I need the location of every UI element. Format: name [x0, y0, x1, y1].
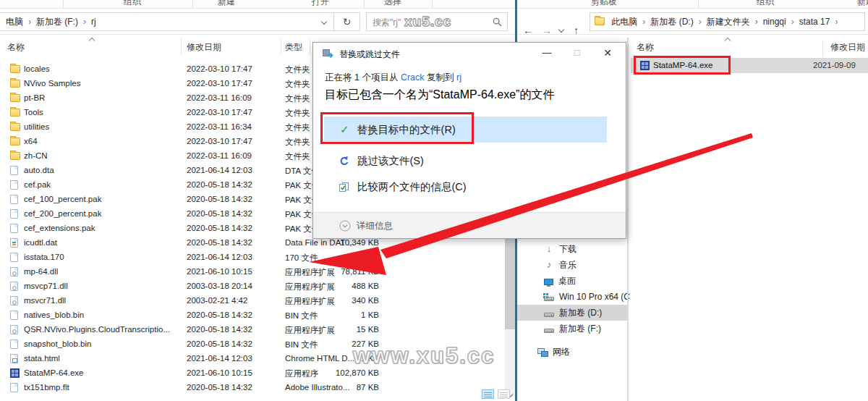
- folder-icon: [10, 152, 20, 160]
- sidebar-item[interactable]: 新加卷 (F:): [517, 321, 627, 337]
- view-toggle-large-icons[interactable]: [498, 389, 510, 399]
- file-date-modified: 2022-03-10 17:47: [187, 137, 252, 145]
- file-row[interactable]: QSR.NVivo.Plugins.CloudTranscriptio...20…: [0, 323, 515, 337]
- breadcrumb-item[interactable]: stata 17: [798, 17, 832, 27]
- annotation-rect-replace-option: [320, 112, 474, 144]
- source-folder-link[interactable]: Crack: [401, 72, 425, 83]
- drive-icon: [544, 329, 554, 333]
- breadcrumb: 此电脑›新加卷 (D:)›新建文件夹›ningqi›stata 17›: [610, 17, 841, 27]
- file-icon: [10, 209, 18, 219]
- column-header-type[interactable]: 类型: [285, 41, 302, 54]
- file-date-modified: 2021-06-14 12:03: [187, 253, 252, 261]
- address-row-right: ← → ↑ 此电脑›新加卷 (D:)›新建文件夹›ningqi›stata 17…: [517, 9, 868, 35]
- column-separator[interactable]: [181, 38, 182, 54]
- sort-ascending-icon: [89, 38, 95, 43]
- file-size: 1 KB: [311, 253, 379, 261]
- ribbon-group-separator: [857, 0, 858, 9]
- minimize-button[interactable]: —: [532, 43, 562, 64]
- windows-drive-icon: [544, 297, 554, 301]
- file-date-modified: 2022-03-10 17:47: [187, 108, 252, 117]
- folder-icon: [10, 138, 20, 145]
- option-label: 比较两个文件的信息(C): [357, 180, 467, 194]
- html-file-icon: [10, 354, 18, 363]
- destination-folder-link[interactable]: rj: [456, 72, 461, 83]
- file-name: utilities: [24, 122, 49, 131]
- file-row[interactable]: msvcr71.dll2003-02-21 4:42应用程序扩展340 KB: [0, 294, 515, 308]
- file-row[interactable]: natives_blob.bin2020-05-18 14:32BIN 文件1 …: [0, 308, 515, 323]
- file-row[interactable]: mp-64.dll2021-06-10 10:15应用程序扩展78,811 KB: [0, 265, 515, 279]
- file-date-modified: 2021-06-10 10:15: [187, 368, 252, 377]
- column-separator[interactable]: [281, 38, 281, 54]
- breadcrumb-item[interactable]: 电脑: [4, 17, 25, 27]
- file-name: Tools: [24, 108, 43, 117]
- option-label: 跳过该文件(S): [357, 154, 424, 168]
- address-dropdown-chevron-icon[interactable]: [321, 19, 327, 25]
- breadcrumb-item[interactable]: 新建文件夹: [705, 17, 752, 27]
- column-separator[interactable]: [822, 41, 823, 56]
- breadcrumb-item[interactable]: 新加卷 (D:): [649, 17, 694, 27]
- breadcrumb-separator-icon: ›: [831, 17, 841, 27]
- sidebar-item[interactable]: Win 10 Pro x64 (C: [517, 289, 627, 305]
- address-bar-right[interactable]: 此电脑›新加卷 (D:)›新建文件夹›ningqi›stata 17›: [590, 12, 865, 31]
- pane-divider[interactable]: [627, 38, 629, 401]
- close-button[interactable]: ✕: [592, 43, 623, 64]
- file-row[interactable]: stata.html2021-06-14 12:03Chrome HTML D.…: [0, 352, 515, 366]
- breadcrumb-item[interactable]: 此电脑: [610, 17, 639, 27]
- details-toggle[interactable]: 详细信息: [357, 220, 393, 232]
- file-size: 488 KB: [311, 282, 379, 290]
- ribbon-group-separator: [432, 0, 433, 9]
- column-header-name[interactable]: 名称: [637, 41, 654, 54]
- breadcrumb-item[interactable]: rj: [90, 17, 98, 27]
- file-date-modified: 2021-06-10 10:15: [187, 267, 252, 276]
- file-row[interactable]: StataMP-64.exe2021-06-10 10:15应用程序102,87…: [0, 366, 515, 381]
- sidebar-item[interactable]: 新加卷 (D:): [517, 305, 627, 321]
- file-name: icudtl.dat: [24, 238, 57, 247]
- file-date-modified: 2022-03-11 16:34: [187, 122, 252, 131]
- dialog-title: 替换或跳过文件: [339, 48, 400, 61]
- ribbon-group-label: 组织: [124, 0, 141, 8]
- file-row[interactable]: msvcp71.dll2003-03-18 20:14应用程序扩展488 KB: [0, 279, 515, 294]
- file-row[interactable]: tx151bmp.flt2020-05-18 14:32Adobe Illust…: [0, 381, 515, 395]
- sidebar-item[interactable]: 网络: [517, 344, 627, 360]
- file-type: 文件夹: [285, 79, 310, 90]
- column-header-modified[interactable]: 修改日期: [830, 41, 865, 54]
- view-toggle-details[interactable]: [482, 389, 494, 399]
- file-name: cef_100_percent.pak: [24, 195, 101, 203]
- sidebar-gap: [517, 337, 627, 344]
- search-box[interactable]: 搜索"rj" xu5.cc: [366, 12, 508, 31]
- breadcrumb-separator-icon: ›: [25, 17, 35, 27]
- breadcrumb-separator-icon: ›: [695, 17, 705, 27]
- sidebar-item[interactable]: ↓下载: [517, 241, 627, 257]
- file-date-modified: 2022-03-10 17:47: [187, 64, 252, 73]
- file-date-modified: 2022-03-11 16:09: [187, 151, 252, 160]
- compare-files-icon: [339, 182, 349, 193]
- option-skip-file[interactable]: 跳过该文件(S): [324, 151, 607, 170]
- sidebar-item[interactable]: 桌面: [517, 273, 627, 289]
- recent-locations-chevron-icon[interactable]: [558, 27, 564, 33]
- column-separator[interactable]: [310, 38, 310, 54]
- dialog-titlebar[interactable]: 替换或跳过文件 — □ ✕: [313, 43, 626, 64]
- file-icon: [10, 311, 18, 320]
- file-date-modified: 2020-05-18 14:32: [187, 180, 252, 189]
- file-name: x64: [24, 137, 38, 145]
- expand-details-chevron-icon[interactable]: [339, 220, 351, 232]
- maximize-button[interactable]: □: [562, 43, 592, 64]
- file-size: 340 KB: [311, 296, 379, 305]
- navigation-pane: ↓下载♪音乐桌面Win 10 Pro x64 (C新加卷 (D:)新加卷 (F:…: [517, 241, 627, 360]
- refresh-button[interactable]: ↻: [334, 12, 360, 31]
- column-header-name[interactable]: 名称: [7, 41, 25, 54]
- sidebar-item[interactable]: ♪音乐: [517, 257, 627, 273]
- breadcrumb-item[interactable]: ningqi: [762, 17, 788, 27]
- file-date-modified: 2020-05-18 14:32: [187, 325, 252, 334]
- option-compare-files[interactable]: 比较两个文件的信息(C): [324, 177, 607, 196]
- folder-icon: [595, 17, 605, 25]
- file-row[interactable]: isstata.1702021-06-14 12:03170 文件1 KB: [0, 250, 515, 265]
- file-size: 1 KB: [311, 311, 379, 319]
- screenshot-root: 组织新建打开选择 电脑›新加卷 (F:)›rj ↻ 搜索"rj" xu5.cc …: [0, 0, 868, 401]
- file-name: isstata.170: [24, 253, 64, 261]
- column-header-modified[interactable]: 修改日期: [187, 41, 221, 54]
- breadcrumb-item[interactable]: 新加卷 (F:): [35, 17, 80, 27]
- file-date-modified: 2020-05-18 14:32: [187, 195, 252, 203]
- address-bar-left[interactable]: 电脑›新加卷 (F:)›rj: [0, 12, 334, 31]
- file-row[interactable]: snapshot_blob.bin2020-05-18 14:32BIN 文件2…: [0, 337, 515, 352]
